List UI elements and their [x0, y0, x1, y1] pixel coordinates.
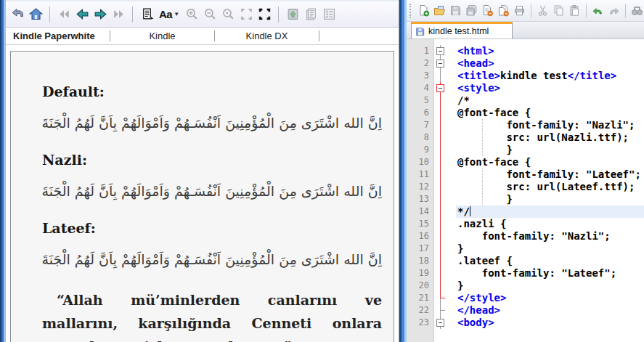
code-line[interactable]: 11 font-family: "Lateef"; [407, 168, 644, 181]
cover-view-icon[interactable] [285, 7, 300, 22]
save-all-icon[interactable] [465, 4, 478, 17]
fold-margin[interactable] [434, 292, 456, 304]
code-line[interactable]: 13 } [407, 193, 644, 205]
fold-margin[interactable] [434, 304, 456, 317]
text-view-icon[interactable] [303, 7, 318, 22]
code-line[interactable]: 19 font-family: "Lateef"; [407, 267, 644, 280]
line-number: 5 [407, 94, 434, 107]
prev-page-icon[interactable] [75, 7, 89, 22]
fold-margin[interactable] [434, 255, 456, 267]
fold-margin[interactable] [434, 243, 456, 255]
close-all-icon[interactable] [497, 4, 510, 17]
tab-kindle-paperwhite[interactable]: Kindle Paperwhite [6, 28, 110, 44]
fold-end-icon[interactable] [434, 292, 446, 304]
code-line[interactable]: 16 font-family: "Nazli"; [407, 230, 644, 243]
fold-margin[interactable] [434, 94, 456, 107]
page-view-icon[interactable] [139, 7, 154, 22]
zoom-in-icon[interactable] [184, 7, 199, 22]
toolbar-grip[interactable] [409, 4, 412, 18]
fold-margin[interactable] [434, 218, 456, 230]
tab-kindle-test-html[interactable]: kindle test.html [411, 22, 513, 38]
fold-margin[interactable] [434, 280, 456, 292]
next-page-icon[interactable] [93, 7, 107, 22]
code-line[interactable]: 14*/ [407, 205, 644, 218]
fold-collapse-icon[interactable] [436, 47, 444, 55]
code-editor[interactable]: 1<html>2<head>3<title>kindle test</title… [407, 39, 644, 342]
code-line[interactable]: 20} [407, 280, 644, 292]
fold-margin[interactable] [434, 156, 456, 168]
fold-margin[interactable] [434, 45, 456, 57]
code-text: </style> [456, 292, 644, 304]
code-line[interactable]: 15.nazli { [407, 218, 644, 230]
code-line[interactable]: 22</head> [407, 304, 644, 317]
zoom-reset-icon[interactable] [221, 7, 235, 22]
home-icon[interactable] [28, 7, 43, 22]
fold-margin[interactable] [434, 57, 456, 70]
copy-icon[interactable] [552, 4, 566, 17]
fold-margin[interactable] [434, 205, 456, 218]
text-size-control[interactable]: Aa ▼ [158, 8, 181, 20]
print-icon[interactable] [513, 4, 526, 17]
line-number: 7 [407, 119, 434, 131]
code-line[interactable]: 12 src: url(Lateef.ttf); [407, 181, 644, 193]
last-page-icon[interactable] [111, 7, 126, 22]
fold-end-icon[interactable] [434, 304, 446, 317]
tab-kindle-dx[interactable]: Kindle DX [215, 28, 319, 44]
cut-icon[interactable] [536, 4, 550, 17]
fold-margin[interactable] [434, 131, 456, 144]
fold-margin[interactable] [434, 144, 456, 156]
fold-margin[interactable] [434, 168, 456, 181]
code-line[interactable]: 9 } [407, 144, 644, 156]
fold-collapse-icon[interactable] [436, 60, 444, 68]
nav-panel-icon[interactable] [322, 7, 336, 22]
saved-file-icon [415, 27, 425, 36]
zoom-out-icon[interactable] [203, 7, 217, 22]
screen: Aa ▼ [0, 0, 644, 342]
code-line[interactable]: 10@font-face { [407, 156, 644, 168]
back-icon[interactable] [10, 7, 25, 22]
redo-icon[interactable] [607, 4, 621, 17]
code-line[interactable]: 3<title>kindle test</title> [407, 70, 644, 82]
code-line[interactable]: 7 font-family: "Nazli"; [407, 119, 644, 131]
fold-margin[interactable] [434, 230, 456, 243]
code-line[interactable]: 6@font-face { [407, 107, 644, 119]
preview-page[interactable]: Default: اِنَّ الله اشْتَرَى مِنَ الْمُؤ… [10, 51, 394, 342]
code-line[interactable]: 21</style> [407, 292, 644, 304]
code-line[interactable]: 18.lateef { [407, 255, 644, 267]
code-line[interactable]: 8 src: url(Nazli.ttf); [407, 131, 644, 144]
code-line[interactable]: 23<body> [407, 317, 644, 329]
code-line[interactable]: 5/* [407, 94, 644, 107]
code-text: } [456, 193, 644, 205]
find-icon[interactable] [630, 4, 644, 17]
code-text: <style> [456, 82, 644, 94]
font-section-nazli: Nazli: اِنَّ الله اشْتَرَى مِنَ الْمُؤْم… [42, 152, 382, 202]
new-file-icon[interactable] [417, 4, 431, 17]
paste-icon[interactable] [568, 4, 582, 17]
actual-size-icon[interactable] [257, 7, 272, 22]
fold-margin[interactable] [434, 181, 456, 193]
window-border [0, 0, 6, 342]
code-text: @font-face { [456, 107, 644, 119]
first-page-icon[interactable] [57, 7, 71, 22]
fold-margin[interactable] [434, 82, 456, 94]
tab-kindle[interactable]: Kindle [110, 28, 214, 44]
code-line[interactable]: 4<style> [407, 82, 644, 94]
fold-collapse-icon[interactable] [436, 84, 444, 92]
fold-margin[interactable] [434, 193, 456, 205]
fold-margin[interactable] [434, 317, 456, 329]
undo-icon[interactable] [591, 4, 605, 17]
code-line[interactable]: 2<head> [407, 57, 644, 70]
save-icon[interactable] [449, 4, 462, 17]
close-file-icon[interactable] [481, 4, 494, 17]
fit-width-icon[interactable] [239, 7, 253, 22]
fold-margin[interactable] [434, 107, 456, 119]
fold-collapse-icon[interactable] [436, 319, 444, 327]
fold-margin[interactable] [434, 267, 456, 280]
fold-margin[interactable] [434, 70, 456, 82]
editor-window: kindle test.html 1<html>2<head>3<title>k… [407, 0, 644, 342]
open-file-icon[interactable] [433, 4, 447, 17]
code-line[interactable]: 1<html> [407, 45, 644, 57]
code-line[interactable]: 17} [407, 243, 644, 255]
fold-margin[interactable] [434, 119, 456, 131]
font-section-label: Nazli: [42, 152, 382, 168]
